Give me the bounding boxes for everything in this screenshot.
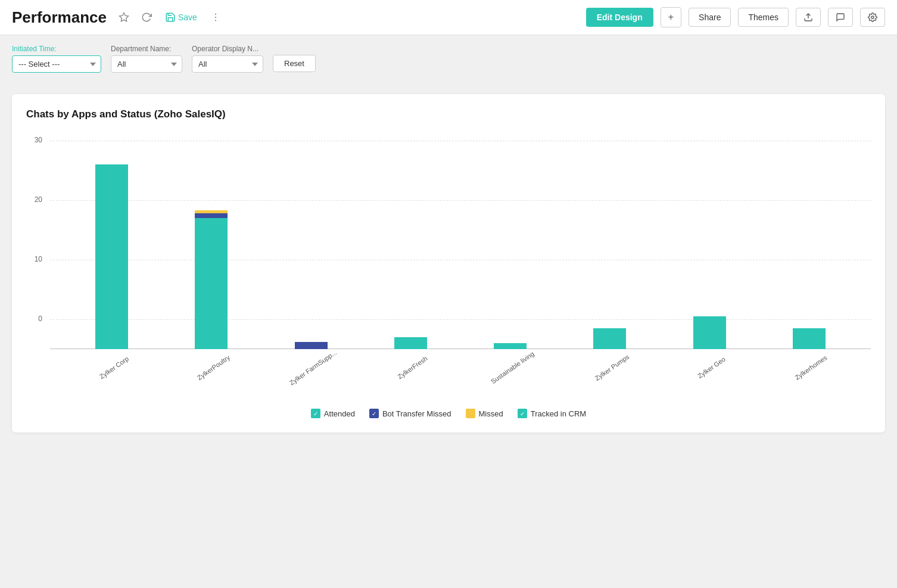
legend-check-icon: ✓ — [372, 410, 376, 417]
y-label: 30 — [35, 136, 45, 144]
bar-label: Zylker Corp — [98, 355, 129, 380]
more-options-button[interactable] — [208, 10, 223, 25]
bars-container: Zylker CorpZylkerPoultryZylker FarmSupp.… — [50, 135, 871, 349]
operator-label: Operator Display N... — [192, 45, 263, 53]
bar-label: ZylkerFresh — [397, 354, 429, 380]
legend-item: ✓Attended — [311, 409, 355, 418]
bar-stack: Zylker Pumps — [593, 328, 626, 349]
bar-group: ZylkerFresh — [361, 135, 460, 349]
bar-group: ZylkerPoultry — [161, 135, 261, 349]
bar-segment-bot_transfer_missed[interactable] — [295, 342, 328, 349]
save-button[interactable]: Save — [161, 10, 201, 25]
bar-segment-attended[interactable] — [793, 328, 826, 349]
bar-label: Zylker Pumps — [593, 353, 630, 382]
y-label: 20 — [35, 195, 45, 204]
bar-group: Zylker Geo — [660, 135, 759, 349]
dots-icon — [210, 12, 221, 23]
save-label: Save — [178, 13, 197, 22]
svg-point-1 — [215, 14, 216, 15]
bar-stack: Zylker Geo — [693, 316, 726, 349]
star-icon — [119, 12, 129, 23]
legend-item: Missed — [466, 409, 503, 418]
bar-stack: Zylker Corp — [95, 164, 128, 349]
bar-segment-attended[interactable] — [693, 316, 726, 349]
legend-label: Attended — [324, 409, 355, 418]
legend-swatch: ✓ — [311, 409, 320, 418]
legend-item: ✓Tracked in CRM — [518, 409, 586, 418]
legend-label: Bot Transfer Missed — [382, 409, 451, 418]
chart-card: Chats by Apps and Status (Zoho SalesIQ) … — [12, 94, 885, 433]
bar-stack: Sustainable living — [494, 343, 527, 349]
initiated-time-label: Initiated Time: — [12, 45, 101, 53]
svg-point-3 — [215, 20, 216, 21]
bar-label: Zylkerhomes — [794, 354, 829, 381]
bar-group: Zylkerhomes — [759, 135, 859, 349]
bar-segment-attended[interactable] — [394, 337, 427, 349]
legend-swatch: ✓ — [369, 409, 379, 418]
bar-group: Zylker Pumps — [560, 135, 659, 349]
chart-area: 3020100 Zylker CorpZylkerPoultryZylker F… — [50, 135, 871, 373]
bar-stack: Zylkerhomes — [793, 328, 826, 349]
initiated-time-select[interactable]: --- Select --- — [12, 55, 101, 73]
svg-marker-0 — [119, 13, 128, 21]
bar-segment-attended[interactable] — [195, 218, 228, 349]
comment-icon — [836, 13, 845, 22]
add-icon: + — [668, 12, 674, 23]
reset-button[interactable]: Reset — [273, 55, 316, 72]
bar-group: Zylker Corp — [62, 135, 161, 349]
y-label: 0 — [38, 315, 45, 323]
legend-label: Tracked in CRM — [531, 409, 586, 418]
gear-icon — [868, 13, 877, 22]
bar-stack: ZylkerFresh — [394, 337, 427, 349]
legend-item: ✓Bot Transfer Missed — [369, 409, 451, 418]
refresh-icon — [141, 12, 152, 23]
bar-label: Zylker Geo — [696, 356, 727, 380]
bar-stack: ZylkerPoultry — [195, 210, 228, 349]
bar-label: ZylkerPoultry — [196, 354, 231, 382]
department-select[interactable]: All — [111, 55, 182, 73]
add-button[interactable]: + — [661, 7, 681, 27]
svg-point-2 — [215, 17, 216, 18]
operator-group: Operator Display N... All — [192, 45, 263, 73]
export-icon — [803, 13, 813, 22]
save-icon — [165, 12, 176, 23]
bar-label: Sustainable living — [490, 350, 535, 385]
legend-label: Missed — [479, 409, 503, 418]
themes-button[interactable]: Themes — [738, 8, 789, 27]
filter-bar: Initiated Time: --- Select --- Departmen… — [0, 35, 897, 82]
y-label: 10 — [35, 255, 45, 263]
legend: ✓Attended✓Bot Transfer MissedMissed✓Trac… — [26, 409, 871, 418]
y-axis: 3020100 — [26, 135, 47, 349]
bar-group: Zylker FarmSupp... — [261, 135, 361, 349]
legend-check-icon: ✓ — [520, 410, 525, 417]
svg-point-5 — [871, 16, 874, 18]
export-button[interactable] — [796, 8, 821, 27]
bar-segment-attended[interactable] — [494, 343, 527, 349]
favorite-button[interactable] — [116, 10, 132, 25]
bar-segment-attended[interactable] — [95, 164, 128, 349]
header: Performance Save Edit Design + Share The… — [0, 0, 897, 35]
bar-segment-attended[interactable] — [593, 328, 626, 349]
bar-label: Zylker FarmSupp... — [288, 349, 338, 386]
legend-swatch: ✓ — [518, 409, 527, 418]
bar-group: Sustainable living — [460, 135, 560, 349]
legend-swatch — [466, 409, 475, 418]
share-button[interactable]: Share — [689, 8, 731, 27]
comment-button[interactable] — [828, 8, 853, 27]
edit-design-button[interactable]: Edit Design — [586, 8, 653, 27]
initiated-time-group: Initiated Time: --- Select --- — [12, 45, 101, 73]
bar-stack: Zylker FarmSupp... — [295, 342, 328, 349]
settings-button[interactable] — [860, 8, 885, 27]
department-label: Department Name: — [111, 45, 182, 53]
operator-select[interactable]: All — [192, 55, 263, 73]
legend-check-icon: ✓ — [313, 410, 318, 417]
department-group: Department Name: All — [111, 45, 182, 73]
chart-title: Chats by Apps and Status (Zoho SalesIQ) — [26, 108, 871, 120]
main-content: Chats by Apps and Status (Zoho SalesIQ) … — [0, 82, 897, 444]
refresh-button[interactable] — [139, 10, 154, 25]
page-title: Performance — [12, 8, 107, 27]
bar-segment-bot_transfer_missed[interactable] — [195, 213, 228, 218]
